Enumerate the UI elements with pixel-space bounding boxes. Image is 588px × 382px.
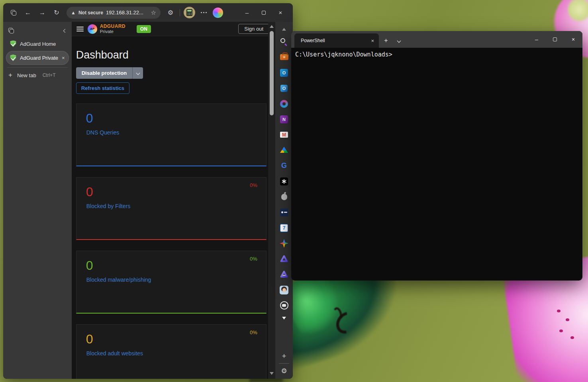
stat-label[interactable]: Blocked malware/phishing <box>86 277 151 283</box>
disable-protection-dropdown[interactable] <box>132 67 143 79</box>
terminal-content[interactable]: C:\Users\jqknono\Downloads> <box>291 48 582 281</box>
sidebar-item-ai-knot-alt[interactable] <box>275 267 293 282</box>
sidebar-item-navy-app[interactable] <box>275 205 293 220</box>
collapse-sidebar-icon[interactable] <box>63 29 67 33</box>
sidebar-item-search[interactable] <box>275 34 293 49</box>
toolbox-icon <box>280 54 288 60</box>
sign-out-button[interactable]: Sign out <box>238 24 269 34</box>
address-bar[interactable]: ▲ Not secure 192.168.31.22... ☆ <box>67 7 161 19</box>
plus-icon: + <box>8 71 12 79</box>
sidebar-item-outlook[interactable]: O <box>275 65 293 80</box>
copilot-button[interactable] <box>212 7 224 19</box>
dashboard-content: Dashboard Disable protection Refresh sta… <box>72 37 268 379</box>
favorite-star-icon[interactable]: ☆ <box>151 9 156 16</box>
tabs-divider <box>7 67 68 68</box>
screen-circle-icon <box>280 301 288 310</box>
page-scrollbar[interactable] <box>268 22 275 379</box>
terminal-maximize-button[interactable] <box>546 31 564 48</box>
browser-minimize-button[interactable]: – <box>239 7 255 19</box>
plus-icon: + <box>384 37 388 44</box>
browser-essentials-button[interactable]: ⚙ <box>164 7 177 19</box>
sidebar-item-gmail[interactable]: M <box>275 127 293 142</box>
refresh-button[interactable]: ↻ <box>50 7 63 19</box>
brand-name: ADGUARD <box>100 24 125 29</box>
tab-label: AdGuard Home <box>20 41 56 47</box>
sidebar-divider <box>279 363 289 364</box>
stat-value: 0 <box>86 111 93 126</box>
terminal-tab-powershell[interactable]: PowerShell × <box>294 33 379 48</box>
brand-edition: Private <box>100 29 125 34</box>
adguard-shield-icon <box>10 55 16 61</box>
sidebar-item-apple[interactable] <box>275 189 293 205</box>
sidebar-item-google-calendar[interactable]: 7 <box>275 220 293 236</box>
ellipsis-icon <box>201 12 207 13</box>
tab-label: AdGuard Private <box>20 55 58 61</box>
stat-card-blocked-adult: 0% 0 Blocked adult websites <box>76 324 267 379</box>
sidebar-add-button[interactable]: + <box>275 351 293 361</box>
support-avatar-icon <box>280 286 288 294</box>
stat-percent: 0% <box>250 182 257 188</box>
stat-card-blocked-malware: 0% 0 Blocked malware/phishing <box>76 251 267 314</box>
terminal-tab-dropdown-button[interactable] <box>393 33 404 48</box>
adguard-logo[interactable]: AP <box>88 24 97 34</box>
forward-button[interactable]: → <box>36 7 49 19</box>
sidebar-item-gemini[interactable] <box>275 236 293 251</box>
disable-protection-button[interactable]: Disable protection <box>76 67 143 79</box>
sidebar-settings-button[interactable]: ⚙ <box>275 366 293 376</box>
minimize-icon: – <box>245 9 249 16</box>
stat-label[interactable]: DNS Queries <box>86 129 119 136</box>
wallpaper-flower-spot <box>557 310 561 312</box>
stat-percent: 0% <box>250 329 257 335</box>
sidebar-item-google[interactable]: G <box>275 158 293 173</box>
terminal-new-tab-button[interactable]: + <box>379 33 393 48</box>
new-tab-button[interactable]: + New tab Ctrl+T <box>3 69 72 81</box>
scrollbar-up-arrow-icon[interactable] <box>270 25 274 28</box>
tab-adguard-private[interactable]: AdGuard Private × <box>6 51 69 64</box>
browser-window: ← → ↻ ▲ Not secure 192.168.31.22... ☆ ⚙ … <box>3 3 293 379</box>
browser-close-button[interactable]: × <box>272 7 289 19</box>
sidebar-item-chatgpt[interactable] <box>275 173 293 189</box>
refresh-statistics-button[interactable]: Refresh statistics <box>76 82 129 94</box>
url-text[interactable]: 192.168.31.22... <box>106 10 148 16</box>
copilot-icon <box>213 8 223 18</box>
back-button[interactable]: ← <box>22 7 34 19</box>
protection-status-badge: ON <box>137 25 151 33</box>
stat-label[interactable]: Blocked by Filters <box>86 203 130 209</box>
stat-value: 0 <box>86 332 93 347</box>
tab-actions-button[interactable] <box>7 7 20 19</box>
stat-card-dns-queries: 0 DNS Queries <box>76 103 267 166</box>
tab-adguard-home[interactable]: AdGuard Home <box>6 38 69 50</box>
sidebar-item-google-drive[interactable] <box>275 142 293 158</box>
terminal-window-controls: – × <box>527 31 582 48</box>
sidebar-scroll-down[interactable] <box>275 313 293 323</box>
scrollbar-thumb[interactable] <box>270 31 274 115</box>
sidebar-item-ai-knot[interactable] <box>275 251 293 267</box>
ai-knot-alt-icon <box>280 270 288 279</box>
tab-actions-icon[interactable] <box>8 28 14 33</box>
tab-close-icon[interactable]: × <box>371 38 374 44</box>
security-label[interactable]: Not secure <box>78 10 103 16</box>
stat-label[interactable]: Blocked adult websites <box>86 350 143 357</box>
tab-close-icon[interactable]: × <box>62 55 65 61</box>
browser-maximize-button[interactable] <box>255 7 272 19</box>
sidebar-item-outlook-alt[interactable]: O <box>275 80 293 96</box>
calculator-extension-button[interactable] <box>183 7 196 19</box>
maximize-icon <box>262 11 266 15</box>
sidebar-item-toolbox[interactable] <box>275 49 293 65</box>
stat-value: 0 <box>86 258 93 273</box>
scrollbar-down-arrow-icon[interactable] <box>270 372 274 375</box>
sidebar-item-onenote[interactable]: N <box>275 111 293 127</box>
sidebar-item-screen-circle[interactable] <box>275 298 293 313</box>
settings-more-button[interactable] <box>197 7 210 19</box>
back-arrow-icon: ← <box>25 9 31 16</box>
terminal-close-button[interactable]: × <box>564 31 582 48</box>
browser-toolbar: ← → ↻ ▲ Not secure 192.168.31.22... ☆ ⚙ … <box>3 3 293 22</box>
maximize-icon <box>553 37 557 41</box>
hamburger-menu-icon[interactable] <box>76 27 84 31</box>
stat-value: 0 <box>86 185 93 199</box>
sidebar-scroll-up[interactable] <box>275 24 293 34</box>
terminal-minimize-button[interactable]: – <box>527 31 546 48</box>
sidebar-item-support-avatar[interactable] <box>275 282 293 298</box>
sidebar-item-microsoft-365[interactable] <box>275 96 293 111</box>
vertical-tabs-sidebar: AdGuard Home AdGuard Private × + New tab… <box>3 22 72 379</box>
